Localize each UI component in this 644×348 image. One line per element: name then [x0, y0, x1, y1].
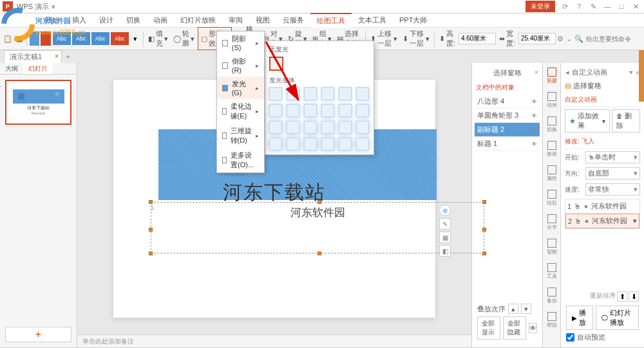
glow-variant-0[interactable] — [269, 87, 282, 100]
login-button[interactable]: 未登录 — [526, 1, 555, 12]
sidebar-2[interactable]: 切换 — [544, 114, 560, 135]
play-button[interactable]: ▶ 播放 — [566, 306, 593, 330]
menu-2[interactable]: 设计 — [93, 14, 120, 27]
send-backward-button[interactable]: ⬇ 下移一层 ▾ — [401, 29, 431, 48]
menu-1[interactable]: 插入 — [66, 14, 93, 27]
width-input[interactable] — [518, 33, 556, 44]
glow-variant-1[interactable] — [287, 87, 299, 100]
glow-variant-12[interactable] — [269, 121, 282, 134]
tools-icon[interactable]: ⚙ — [557, 35, 564, 43]
anim-item-1[interactable]: 2🖱★河东软件园▾ — [565, 214, 639, 228]
skin-icon[interactable]: ✎ — [589, 2, 598, 11]
float-add-icon[interactable]: ⊕ — [439, 205, 451, 216]
menu-3[interactable]: 切换 — [120, 14, 147, 27]
glow-variant-2[interactable] — [304, 87, 317, 100]
direction-select[interactable]: 自底部▾ — [585, 167, 640, 179]
sidebar-7[interactable]: 智能 — [544, 237, 560, 257]
glow-variant-18[interactable] — [269, 138, 282, 151]
sidebar-0[interactable]: 新建 — [544, 66, 560, 86]
new-tab-button[interactable]: + — [66, 53, 70, 60]
glow-variant-17[interactable] — [356, 121, 369, 134]
auto-preview-checkbox[interactable] — [566, 333, 574, 342]
glow-variant-9[interactable] — [321, 104, 334, 117]
shape-rect2-icon[interactable] — [41, 32, 50, 46]
style-more-icon[interactable]: ▾ — [131, 32, 140, 46]
glow-variant-13[interactable] — [287, 121, 299, 134]
style-preset-2[interactable]: Abc — [91, 32, 109, 45]
title-dropdown-icon[interactable]: ▾ — [52, 3, 55, 11]
menu-10[interactable]: 文本工具 — [352, 14, 393, 27]
select-pane-link[interactable]: 选择窗格 — [573, 81, 601, 91]
sidebar-5[interactable]: 炫彩 — [544, 188, 560, 208]
glow-variant-16[interactable] — [339, 121, 352, 134]
style-preset-0[interactable]: Abc — [53, 32, 71, 45]
anim-item-0[interactable]: 1🖱★河东软件园 — [565, 199, 639, 214]
effect-option-0[interactable]: 阴影(S)▸ — [217, 32, 264, 54]
notes-area[interactable]: 单击此处添加备注 — [77, 334, 471, 347]
anim-down-button[interactable]: ⬇ — [629, 291, 639, 302]
collapse-icon[interactable]: ⌄ — [566, 35, 572, 43]
sidebar-8[interactable]: 工具 — [544, 261, 560, 282]
sidebar-1[interactable]: 动画 — [544, 90, 560, 111]
glow-variant-19[interactable] — [287, 138, 299, 151]
selection-item-3[interactable]: 标题 1👁 — [475, 137, 540, 151]
effect-option-3[interactable]: 柔化边缘(E)▸ — [217, 99, 264, 124]
outline-tab-0[interactable]: 大纲 — [0, 63, 23, 74]
sidebar-4[interactable]: 属性 — [544, 163, 560, 184]
effect-option-1[interactable]: 倒影(R)▸ — [217, 54, 264, 77]
show-all-button[interactable]: 全部显示 — [477, 316, 500, 340]
delete-effect-button[interactable]: 🗑 删除 — [612, 109, 640, 133]
menu-4[interactable]: 动画 — [147, 14, 174, 27]
effect-option-5[interactable]: 更多设置(O)... — [217, 148, 264, 172]
slide-thumbnail[interactable]: 1 河东下载站 Riverside — [5, 80, 71, 125]
menu-0[interactable]: 开始 — [39, 14, 66, 27]
selection-close-icon[interactable]: × — [535, 68, 538, 76]
style-preset-1[interactable]: Abc — [72, 32, 90, 45]
menu-11[interactable]: PPT大师 — [393, 14, 433, 27]
start-select[interactable]: 🖱 单击时▾ — [585, 151, 640, 163]
add-effect-button[interactable]: ★添加效果 ▾ — [565, 109, 610, 133]
selection-item-0[interactable]: 八边形 4👁 — [475, 95, 540, 109]
anim-menu-icon[interactable]: ▾ — [629, 68, 633, 77]
collapse-strip[interactable] — [639, 50, 644, 102]
glow-variant-5[interactable] — [356, 87, 369, 100]
float-edit-icon[interactable]: ✎ — [439, 218, 451, 230]
menu-5[interactable]: 幻灯片放映 — [174, 14, 222, 27]
minimize-button[interactable]: — — [603, 2, 612, 11]
glow-variant-15[interactable] — [321, 121, 334, 134]
move-up-button[interactable]: ▴ — [508, 304, 518, 314]
glow-variant-21[interactable] — [321, 138, 334, 151]
glow-variant-7[interactable] — [287, 104, 299, 117]
glow-variant-6[interactable] — [269, 104, 282, 117]
help-icon[interactable]: ? — [574, 2, 583, 11]
close-button[interactable]: ✕ — [631, 2, 640, 11]
search-input[interactable] — [586, 35, 638, 42]
shape-rect-icon[interactable] — [30, 32, 39, 46]
glow-variant-22[interactable] — [339, 138, 352, 151]
outline-button[interactable]: ◯ 轮廓 ▾ — [171, 29, 196, 48]
anim-up-button[interactable]: ⬆ — [617, 291, 627, 302]
sidebar-3[interactable]: 形状 — [544, 139, 560, 160]
menu-8[interactable]: 云服务 — [276, 14, 310, 27]
selection-item-1[interactable]: 单圆角矩形 3👁 — [475, 109, 540, 123]
document-tab[interactable]: 演示文稿1× — [4, 50, 62, 63]
glow-variant-4[interactable] — [339, 87, 352, 100]
subtitle-textbox[interactable]: 河东软件园 — [151, 202, 484, 253]
effect-option-4[interactable]: 三维旋转(D)▸ — [217, 124, 264, 148]
menu-9[interactable]: 绘图工具 — [310, 13, 352, 28]
slideshow-button[interactable]: 🖵 幻灯片播放 — [596, 306, 639, 330]
fill-button[interactable]: ◧ 填充 ▾ — [146, 29, 170, 48]
speed-select[interactable]: 非常快▾ — [585, 183, 640, 196]
glow-variant-11[interactable] — [356, 104, 369, 117]
sync-icon[interactable]: ⟳ — [560, 2, 569, 11]
height-input[interactable] — [459, 33, 496, 44]
selection-item-2[interactable]: 副标题 2👁 — [475, 123, 540, 137]
glow-variant-8[interactable] — [304, 104, 317, 117]
visibility-toggle[interactable]: 👁 — [529, 323, 537, 333]
add-slide-button[interactable]: + — [5, 327, 71, 342]
no-glow-option[interactable] — [269, 57, 283, 71]
move-down-button[interactable]: ▾ — [521, 304, 531, 314]
glow-variant-23[interactable] — [356, 138, 369, 151]
glow-variant-3[interactable] — [321, 87, 334, 100]
glow-variant-10[interactable] — [339, 104, 352, 117]
